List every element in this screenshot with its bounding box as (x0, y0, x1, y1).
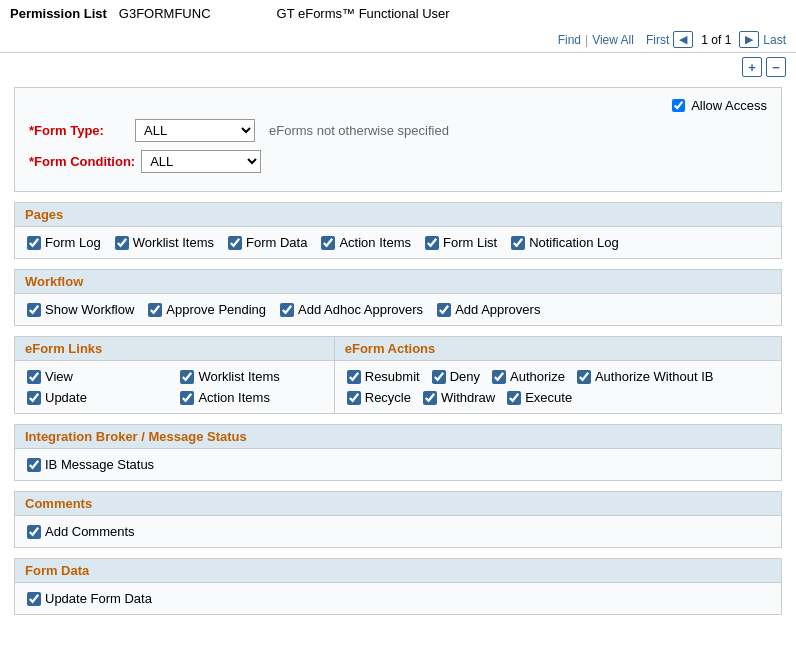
resubmit-label[interactable]: Resubmit (365, 369, 420, 384)
eform-links-header: eForm Links (15, 337, 334, 361)
worklist-items-label[interactable]: Worklist Items (133, 235, 214, 250)
allow-access-label[interactable]: Allow Access (691, 98, 767, 113)
next-button[interactable]: ▶ (739, 31, 759, 48)
find-link[interactable]: Find (558, 33, 581, 47)
user-label: GT eForms™ Functional User (277, 6, 450, 21)
nav-bar: Find | View All First ◀ 1 of 1 ▶ Last (0, 27, 796, 53)
form-log-checkbox[interactable] (27, 236, 41, 250)
list-item: Add Comments (27, 524, 135, 539)
list-item: Worklist Items (180, 369, 321, 384)
form-data-body: Update Form Data (15, 583, 781, 614)
list-item: Notification Log (511, 235, 619, 250)
approve-pending-label[interactable]: Approve Pending (166, 302, 266, 317)
allow-access-checkbox[interactable] (672, 99, 685, 112)
list-item: Execute (507, 390, 572, 405)
list-item: Recycle (347, 390, 411, 405)
add-button[interactable]: + (742, 57, 762, 77)
eform-links-body: View Worklist Items Update Action Items (15, 361, 334, 413)
form-type-select[interactable]: ALL (135, 119, 255, 142)
prev-button[interactable]: ◀ (673, 31, 693, 48)
withdraw-checkbox[interactable] (423, 391, 437, 405)
workflow-body: Show Workflow Approve Pending Add Adhoc … (15, 294, 781, 325)
update-checkbox[interactable] (27, 391, 41, 405)
form-list-checkbox[interactable] (425, 236, 439, 250)
add-comments-checkbox[interactable] (27, 525, 41, 539)
update-form-data-label[interactable]: Update Form Data (45, 591, 152, 606)
form-type-label: *Form Type: (29, 123, 129, 138)
eform-links-col: eForm Links View Worklist Items Update (15, 337, 335, 413)
comments-checkboxes: Add Comments (27, 524, 769, 539)
first-link[interactable]: First (646, 33, 669, 47)
form-condition-select[interactable]: ALL (141, 150, 261, 173)
list-item: Action Items (321, 235, 411, 250)
el-action-items-label[interactable]: Action Items (198, 390, 270, 405)
view-all-link[interactable]: View All (592, 33, 634, 47)
eform-actions-checkboxes: Resubmit Deny Authorize Authorize W (347, 369, 769, 405)
list-item: Add Adhoc Approvers (280, 302, 423, 317)
execute-label[interactable]: Execute (525, 390, 572, 405)
recycle-label[interactable]: Recycle (365, 390, 411, 405)
list-item: Authorize Without IB (577, 369, 714, 384)
notification-log-label[interactable]: Notification Log (529, 235, 619, 250)
pages-section: Pages Form Log Worklist Items Form Data … (14, 202, 782, 259)
view-checkbox[interactable] (27, 370, 41, 384)
form-data-label[interactable]: Form Data (246, 235, 307, 250)
add-comments-label[interactable]: Add Comments (45, 524, 135, 539)
action-items-checkbox[interactable] (321, 236, 335, 250)
last-link[interactable]: Last (763, 33, 786, 47)
notification-log-checkbox[interactable] (511, 236, 525, 250)
list-item: Action Items (180, 390, 321, 405)
execute-checkbox[interactable] (507, 391, 521, 405)
resubmit-checkbox[interactable] (347, 370, 361, 384)
form-data-checkbox[interactable] (228, 236, 242, 250)
action-items-label[interactable]: Action Items (339, 235, 411, 250)
view-label[interactable]: View (45, 369, 73, 384)
authorize-label[interactable]: Authorize (510, 369, 565, 384)
pages-header: Pages (15, 203, 781, 227)
list-item: Add Approvers (437, 302, 540, 317)
worklist-items-checkbox[interactable] (115, 236, 129, 250)
authorize-wo-ib-checkbox[interactable] (577, 370, 591, 384)
withdraw-label[interactable]: Withdraw (441, 390, 495, 405)
add-adhoc-checkbox[interactable] (280, 303, 294, 317)
list-item: Worklist Items (115, 235, 214, 250)
deny-checkbox[interactable] (432, 370, 446, 384)
add-approvers-checkbox[interactable] (437, 303, 451, 317)
eform-actions-row2: Recycle Withdraw Execute (347, 390, 769, 405)
eform-links-checkboxes: View Worklist Items Update Action Items (27, 369, 322, 405)
deny-label[interactable]: Deny (450, 369, 480, 384)
list-item: Show Workflow (27, 302, 134, 317)
el-worklist-label[interactable]: Worklist Items (198, 369, 279, 384)
list-item: Authorize (492, 369, 565, 384)
show-workflow-label[interactable]: Show Workflow (45, 302, 134, 317)
el-action-items-checkbox[interactable] (180, 391, 194, 405)
el-worklist-checkbox[interactable] (180, 370, 194, 384)
list-item: Form List (425, 235, 497, 250)
workflow-section: Workflow Show Workflow Approve Pending A… (14, 269, 782, 326)
add-adhoc-label[interactable]: Add Adhoc Approvers (298, 302, 423, 317)
integration-broker-body: IB Message Status (15, 449, 781, 480)
form-log-label[interactable]: Form Log (45, 235, 101, 250)
show-workflow-checkbox[interactable] (27, 303, 41, 317)
remove-button[interactable]: − (766, 57, 786, 77)
update-form-data-checkbox[interactable] (27, 592, 41, 606)
form-data-header: Form Data (15, 559, 781, 583)
add-approvers-label[interactable]: Add Approvers (455, 302, 540, 317)
eform-actions-row1: Resubmit Deny Authorize Authorize W (347, 369, 769, 384)
two-col-section: eForm Links View Worklist Items Update (14, 336, 782, 414)
permission-list-value: G3FORMFUNC (119, 6, 211, 21)
authorize-wo-ib-label[interactable]: Authorize Without IB (595, 369, 714, 384)
approve-pending-checkbox[interactable] (148, 303, 162, 317)
update-label[interactable]: Update (45, 390, 87, 405)
form-data-section: Form Data Update Form Data (14, 558, 782, 615)
form-list-label[interactable]: Form List (443, 235, 497, 250)
list-item: Update Form Data (27, 591, 152, 606)
ib-message-status-label[interactable]: IB Message Status (45, 457, 154, 472)
recycle-checkbox[interactable] (347, 391, 361, 405)
pages-body: Form Log Worklist Items Form Data Action… (15, 227, 781, 258)
comments-body: Add Comments (15, 516, 781, 547)
workflow-checkboxes: Show Workflow Approve Pending Add Adhoc … (27, 302, 769, 317)
nav-separator: | (585, 33, 588, 47)
authorize-checkbox[interactable] (492, 370, 506, 384)
ib-message-status-checkbox[interactable] (27, 458, 41, 472)
